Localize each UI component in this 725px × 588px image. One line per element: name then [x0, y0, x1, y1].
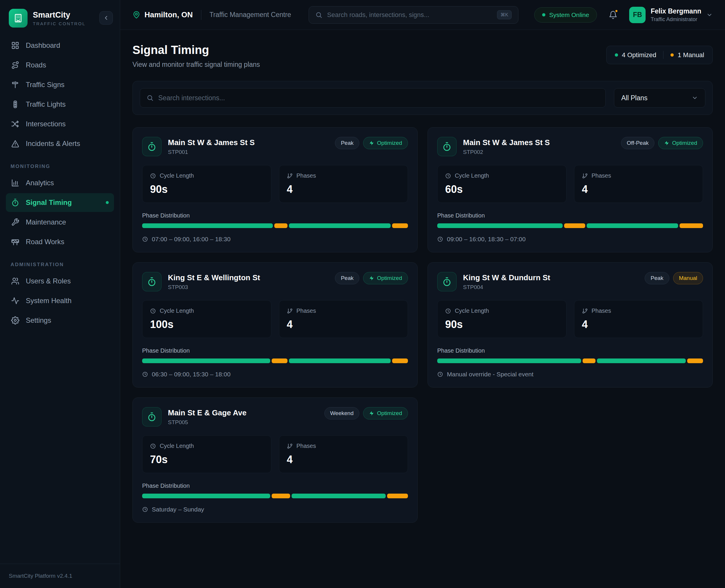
sidebar-item-road-works[interactable]: Road Works — [6, 232, 114, 251]
sidebar-header: SmartCity TRAFFIC CONTROL — [0, 0, 120, 33]
signpost-icon — [11, 81, 19, 89]
phase-distribution-bar — [142, 358, 408, 363]
cycle-length-stat: Cycle Length70s — [142, 435, 271, 473]
phase-segment — [142, 223, 273, 228]
phase-segment — [680, 223, 703, 228]
cycle-length-stat: Cycle Length100s — [142, 300, 271, 338]
phase-segment — [597, 358, 686, 363]
branch-icon — [287, 443, 293, 449]
phase-distribution-label: Phase Distribution — [142, 482, 408, 489]
signal-plan-card-stp005[interactable]: Main St E & Gage AveSTP005WeekendOptimiz… — [132, 397, 418, 523]
intersection-search-input[interactable] — [158, 94, 599, 102]
sidebar-item-system-health[interactable]: System Health — [6, 291, 114, 310]
schedule-text: 06:30 – 09:00, 15:30 – 18:00 — [152, 371, 231, 378]
period-badge: Off-Peak — [621, 137, 655, 149]
phase-distribution-label: Phase Distribution — [142, 348, 408, 354]
settings-icon — [11, 316, 19, 324]
sidebar-item-dashboard[interactable]: Dashboard — [6, 36, 114, 55]
nav-item-label: Road Works — [26, 238, 64, 246]
activity-icon — [11, 297, 19, 305]
nav-item-label: Incidents & Alerts — [26, 140, 80, 148]
sidebar-collapse-button[interactable] — [99, 11, 113, 25]
user-menu[interactable]: FB Felix Bergmann Traffic Administrator — [629, 7, 713, 23]
sidebar-item-roads[interactable]: Roads — [6, 56, 114, 75]
cycle-length-value: 60s — [445, 183, 558, 195]
filter-bar: All Plans — [132, 81, 713, 115]
phase-segment — [142, 493, 270, 498]
summary-dot — [670, 54, 674, 57]
sidebar-item-settings[interactable]: Settings — [6, 311, 114, 330]
phase-segment — [292, 493, 386, 498]
clock-icon — [437, 371, 443, 377]
clock-icon — [142, 506, 148, 512]
signal-plan-card-stp004[interactable]: King St W & Dundurn StSTP004PeakManualCy… — [428, 262, 713, 387]
alert-triangle-icon — [11, 140, 19, 148]
timer-tile — [437, 272, 456, 291]
sidebar-item-users-roles[interactable]: Users & Roles — [6, 272, 114, 291]
nav-item-label: Maintenance — [26, 218, 66, 226]
timer-icon — [147, 412, 156, 421]
plans-filter-value: All Plans — [621, 94, 647, 102]
zap-icon — [369, 275, 374, 281]
sidebar-item-traffic-lights[interactable]: Traffic Lights — [6, 95, 114, 114]
signal-plan-card-stp002[interactable]: Main St W & James St SSTP002Off-PeakOpti… — [428, 127, 713, 252]
traffic-light-icon — [11, 100, 19, 108]
phase-segment — [289, 358, 391, 363]
sidebar-item-incidents-alerts[interactable]: Incidents & Alerts — [6, 134, 114, 153]
status-badge: Optimized — [363, 407, 408, 419]
phase-segment — [687, 358, 703, 363]
notifications-button[interactable] — [607, 9, 619, 21]
sidebar-item-signal-timing[interactable]: Signal Timing — [6, 193, 114, 212]
phase-segment — [437, 223, 563, 228]
card-header: Main St W & James St SSTP001PeakOptimize… — [142, 137, 408, 156]
branch-icon — [582, 173, 588, 179]
summary-label: 4 Optimized — [622, 51, 656, 59]
phases-stat: Phases4 — [279, 435, 408, 473]
status-summary: 4 Optimized1 Manual — [606, 46, 713, 64]
intersection-search[interactable] — [140, 88, 606, 108]
signal-plan-card-stp003[interactable]: King St E & Wellington StSTP003PeakOptim… — [132, 262, 418, 387]
page-subtitle: View and monitor traffic signal timing p… — [132, 61, 260, 69]
clock-icon — [437, 236, 443, 242]
timer-icon — [442, 277, 452, 286]
nav-item-label: Traffic Signs — [26, 81, 64, 89]
phase-segment — [564, 223, 585, 228]
sidebar: SmartCity TRAFFIC CONTROL DashboardRoads… — [0, 0, 120, 588]
status-badge: Manual — [673, 272, 703, 284]
phase-segment — [392, 223, 408, 228]
sidebar-item-analytics[interactable]: Analytics — [6, 173, 114, 192]
global-search-input[interactable] — [327, 11, 492, 19]
phases-stat: Phases4 — [279, 165, 408, 203]
user-role: Traffic Administrator — [651, 16, 701, 23]
brand-name: SmartCity — [33, 10, 86, 20]
chevron-left-icon — [103, 15, 109, 21]
brand-logo — [9, 9, 27, 27]
nav-item-label: Dashboard — [26, 41, 60, 49]
global-search[interactable]: ⌘K — [308, 6, 518, 24]
plans-filter-select[interactable]: All Plans — [614, 88, 705, 108]
timer-tile — [142, 407, 162, 426]
signal-plan-card-stp001[interactable]: Main St W & James St SSTP001PeakOptimize… — [132, 127, 418, 252]
location-divider — [201, 10, 201, 20]
phase-distribution-bar — [437, 223, 703, 228]
clock-icon — [150, 173, 156, 179]
location-block: Hamilton, ON Traffic Management Centre — [132, 10, 291, 20]
phase-distribution-bar — [437, 358, 703, 363]
status-badge: Optimized — [658, 137, 703, 149]
phases-value: 4 — [582, 318, 696, 331]
search-icon — [315, 12, 322, 19]
page-title: Signal Timing — [132, 43, 260, 57]
intersection-icon — [11, 120, 19, 128]
summary-dot — [615, 54, 618, 57]
cycle-length-stat: Cycle Length90s — [437, 300, 567, 338]
sidebar-item-maintenance[interactable]: Maintenance — [6, 213, 114, 232]
cycle-length-stat: Cycle Length60s — [437, 165, 567, 203]
brand: SmartCity TRAFFIC CONTROL — [9, 9, 86, 27]
nav-item-label: Traffic Lights — [26, 100, 66, 108]
sidebar-item-traffic-signs[interactable]: Traffic Signs — [6, 75, 114, 94]
branch-icon — [287, 173, 293, 179]
schedule: Manual override - Special event — [437, 371, 703, 378]
main-column: Hamilton, ON Traffic Management Centre ⌘… — [120, 0, 725, 588]
sidebar-item-intersections[interactable]: Intersections — [6, 114, 114, 133]
branch-icon — [287, 308, 293, 314]
